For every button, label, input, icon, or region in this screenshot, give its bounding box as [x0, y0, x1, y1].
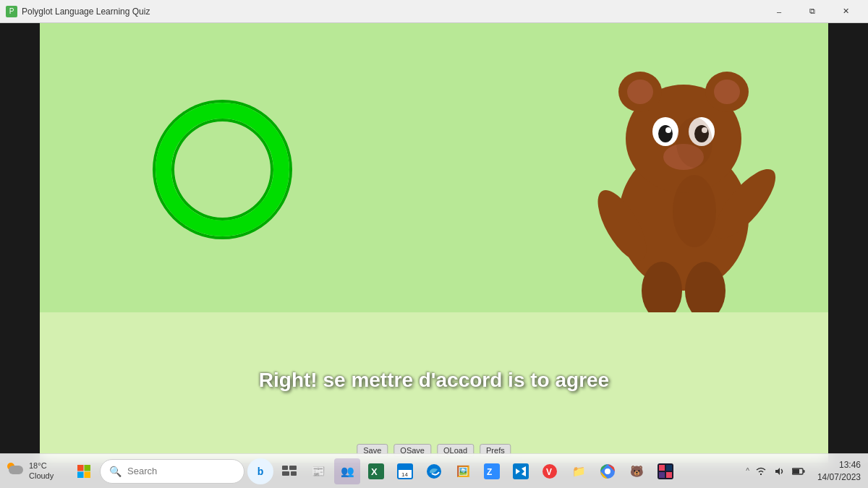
game-area: Right! se mettre d'accord is to agree Sa… [40, 23, 828, 463]
bear-svg [582, 38, 785, 312]
game-lower-section: Right! se mettre d'accord is to agree Sa… [40, 312, 828, 463]
search-bar[interactable]: 🔍 [100, 459, 244, 484]
cloud-icon [9, 466, 23, 474]
start-button[interactable] [71, 458, 97, 484]
svg-rect-48 [804, 470, 805, 473]
svg-point-8 [658, 125, 673, 142]
svg-rect-37 [513, 463, 529, 479]
search-icon: 🔍 [109, 466, 122, 477]
photos-button[interactable]: 🖼️ [450, 458, 476, 484]
window-controls: – ⧉ ✕ [762, 0, 862, 23]
system-tray: ^ 13:46 14/07/2023 [746, 459, 861, 484]
svg-text:V: V [546, 467, 552, 477]
svg-rect-21 [85, 465, 91, 471]
zoom-button[interactable]: Z [479, 458, 505, 484]
bear-mascot [582, 38, 785, 312]
clock-date: 14/07/2023 [810, 471, 861, 484]
temperature: 18°C [29, 461, 54, 471]
weather-icon [7, 463, 25, 480]
svg-point-4 [627, 80, 653, 104]
last-app-icon [658, 463, 673, 479]
wifi-icon[interactable] [754, 464, 768, 479]
window-title: Polyglot Language Learning Quiz [22, 7, 150, 17]
svg-rect-44 [666, 465, 672, 471]
svg-rect-45 [659, 472, 665, 478]
calendar-icon: 14 [397, 463, 413, 479]
taskview-icon [282, 466, 297, 477]
bing-button[interactable]: b [247, 458, 273, 484]
weather-condition: Cloudy [29, 471, 54, 481]
weather-text: 18°C Cloudy [29, 461, 54, 480]
green-ring [156, 103, 289, 236]
close-button[interactable]: ✕ [829, 0, 862, 23]
zoom-icon: Z [484, 463, 500, 479]
weather-widget[interactable]: 18°C Cloudy [7, 461, 65, 480]
app-icon: P [6, 6, 17, 17]
svg-rect-25 [289, 466, 297, 470]
svg-rect-26 [282, 471, 289, 476]
windows-logo [77, 464, 91, 479]
vivaldi-button[interactable]: V [537, 458, 563, 484]
clock: 13:46 14/07/2023 [810, 459, 861, 484]
calendar-button[interactable]: 14 [392, 458, 418, 484]
chrome-button[interactable] [595, 458, 621, 484]
title-bar: P Polyglot Language Learning Quiz – ⧉ ✕ [0, 0, 868, 23]
teams-button[interactable]: 👥 [334, 458, 360, 484]
tray-expand-button[interactable]: ^ [746, 467, 749, 475]
edge-icon [426, 463, 442, 479]
last-app-button[interactable] [652, 458, 678, 484]
maximize-button[interactable]: ⧉ [796, 0, 829, 23]
left-sidebar [0, 23, 40, 463]
chrome-icon [600, 463, 616, 479]
vscode-icon [513, 463, 529, 479]
minimize-button[interactable]: – [762, 0, 796, 23]
game-upper-section [40, 23, 828, 312]
right-sidebar [828, 23, 868, 463]
svg-rect-32 [399, 465, 412, 470]
widgets-button[interactable]: 📰 [305, 458, 331, 484]
svg-rect-43 [659, 465, 665, 471]
svg-text:X: X [371, 466, 378, 477]
svg-point-10 [665, 127, 671, 133]
clock-time: 13:46 [810, 459, 861, 471]
svg-rect-20 [77, 465, 84, 471]
svg-rect-27 [291, 471, 297, 476]
search-input[interactable] [127, 466, 221, 476]
vivaldi-icon: V [542, 463, 558, 479]
app-icon-letter: P [9, 7, 14, 15]
taskbar: 18°C Cloudy 🔍 b 📰 👥 X [0, 453, 868, 488]
edge-button[interactable] [421, 458, 447, 484]
svg-rect-49 [793, 469, 799, 474]
excel-icon: X [368, 463, 384, 479]
svg-rect-22 [77, 471, 84, 478]
svg-point-5 [714, 80, 740, 104]
svg-point-19 [676, 117, 712, 168]
task-view-button[interactable] [276, 458, 302, 484]
svg-rect-46 [666, 472, 672, 478]
svg-text:Z: Z [487, 467, 492, 477]
mascot-app-button[interactable]: 🐻 [624, 458, 650, 484]
svg-text:14: 14 [401, 471, 408, 478]
battery-icon[interactable] [791, 464, 806, 479]
volume-icon[interactable] [773, 464, 787, 479]
vscode-button[interactable] [508, 458, 534, 484]
svg-rect-24 [282, 466, 288, 470]
answer-text: Right! se mettre d'accord is to agree [259, 369, 609, 392]
titlebar-left: P Polyglot Language Learning Quiz [6, 6, 150, 17]
svg-point-41 [605, 468, 610, 474]
svg-rect-23 [85, 471, 91, 478]
excel-button[interactable]: X [363, 458, 389, 484]
svg-point-18 [673, 175, 716, 247]
file-manager-button[interactable]: 📁 [566, 458, 592, 484]
